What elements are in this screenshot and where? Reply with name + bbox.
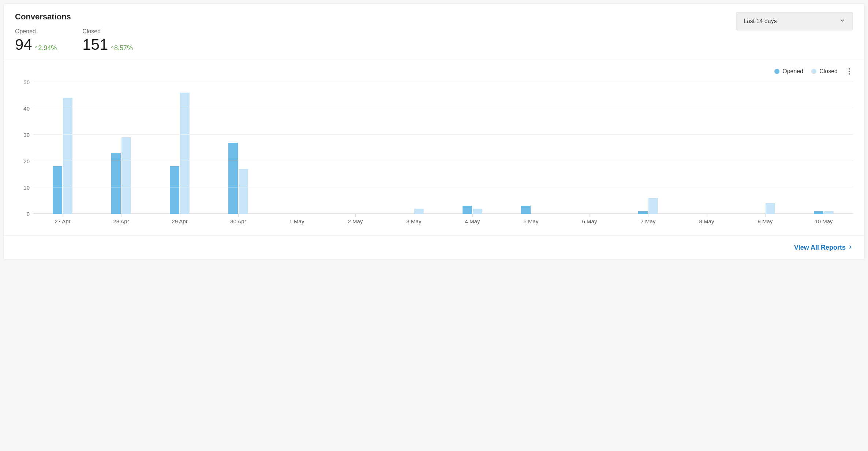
bar-opened[interactable]	[814, 211, 823, 214]
legend-opened-label: Opened	[782, 68, 803, 75]
bar-closed[interactable]	[63, 98, 72, 214]
chart-gridline	[33, 161, 853, 161]
metric-opened-value: 94	[15, 37, 32, 52]
x-tick-label: 7 May	[619, 218, 677, 224]
y-tick-label: 10	[15, 184, 30, 191]
legend-closed-label: Closed	[819, 68, 838, 75]
bar-closed[interactable]	[648, 198, 658, 214]
chart-gridline	[33, 187, 853, 187]
x-tick-label: 6 May	[560, 218, 619, 224]
card-header: Conversations Opened 94 ^ 2.94% Closed	[4, 4, 864, 60]
bar-opened[interactable]	[53, 166, 62, 214]
bar-group	[677, 82, 736, 214]
bar-closed[interactable]	[824, 211, 834, 214]
x-tick-label: 9 May	[736, 218, 794, 224]
chart-legend: Opened Closed	[15, 67, 853, 76]
metric-closed-change-text: 8.57%	[114, 44, 133, 52]
chart-gridline	[33, 82, 853, 82]
bar-opened[interactable]	[111, 153, 121, 214]
x-tick-label: 29 Apr	[150, 218, 209, 224]
x-tick-label: 30 Apr	[209, 218, 267, 224]
bar-closed[interactable]	[414, 209, 424, 214]
legend-opened[interactable]: Opened	[774, 68, 803, 75]
bar-group	[502, 82, 560, 214]
metric-closed-label: Closed	[82, 28, 133, 35]
bar-group	[560, 82, 619, 214]
x-tick-label: 4 May	[443, 218, 502, 224]
chart-area: 01020304050 27 Apr28 Apr29 Apr30 Apr1 Ma…	[15, 82, 853, 224]
bar-group	[150, 82, 209, 214]
bar-group	[794, 82, 853, 214]
metric-opened: Opened 94 ^ 2.94%	[15, 28, 57, 52]
date-range-dropdown[interactable]: Last 14 days	[736, 12, 853, 30]
bar-closed[interactable]	[766, 203, 775, 214]
metric-opened-change: ^ 2.94%	[35, 44, 57, 52]
chart-gridline	[33, 134, 853, 135]
y-tick-label: 20	[15, 158, 30, 164]
chart-gridline	[33, 108, 853, 108]
metric-closed-change: ^ 8.57%	[111, 44, 133, 52]
card-footer: View All Reports	[4, 236, 864, 260]
chart-bar-groups	[33, 82, 853, 214]
y-tick-label: 30	[15, 132, 30, 138]
x-tick-label: 1 May	[267, 218, 326, 224]
x-tick-label: 27 Apr	[33, 218, 92, 224]
metric-opened-change-text: 2.94%	[38, 44, 57, 52]
bar-opened[interactable]	[521, 206, 531, 214]
legend-opened-dot-icon	[774, 69, 779, 74]
x-tick-label: 5 May	[502, 218, 560, 224]
chart-plot	[33, 82, 853, 214]
bar-group	[209, 82, 267, 214]
trend-up-icon: ^	[35, 45, 38, 51]
bar-group	[385, 82, 443, 214]
view-all-reports-link[interactable]: View All Reports	[794, 244, 853, 251]
x-tick-label: 2 May	[326, 218, 385, 224]
bar-closed[interactable]	[121, 137, 131, 214]
bar-group	[326, 82, 385, 214]
chevron-down-icon	[839, 18, 845, 25]
legend-closed-dot-icon	[811, 69, 816, 74]
x-tick-label: 28 Apr	[92, 218, 150, 224]
bar-opened[interactable]	[463, 206, 472, 214]
bar-closed[interactable]	[239, 169, 248, 214]
legend-closed[interactable]: Closed	[811, 68, 838, 75]
trend-up-icon: ^	[111, 45, 113, 51]
bar-opened[interactable]	[170, 166, 179, 214]
card-title: Conversations	[15, 12, 133, 22]
x-tick-label: 10 May	[794, 218, 853, 224]
y-tick-label: 0	[15, 211, 30, 217]
bar-opened[interactable]	[638, 211, 648, 214]
metric-opened-label: Opened	[15, 28, 57, 35]
metric-closed-value-row: 151 ^ 8.57%	[82, 37, 133, 52]
header-left: Conversations Opened 94 ^ 2.94% Closed	[15, 12, 133, 52]
conversations-card: Conversations Opened 94 ^ 2.94% Closed	[4, 4, 864, 260]
bar-closed[interactable]	[473, 209, 482, 214]
bar-opened[interactable]	[228, 143, 238, 214]
bar-group	[33, 82, 92, 214]
chart-section: Opened Closed 01020304050 27 Apr28 Apr29…	[4, 60, 864, 236]
chevron-right-icon	[848, 244, 853, 251]
metrics-row: Opened 94 ^ 2.94% Closed 151 ^	[15, 28, 133, 52]
view-all-reports-label: View All Reports	[794, 244, 846, 251]
y-tick-label: 40	[15, 105, 30, 112]
x-tick-label: 3 May	[385, 218, 443, 224]
chart-y-axis: 01020304050	[15, 82, 33, 214]
metric-closed-value: 151	[82, 37, 108, 52]
y-tick-label: 50	[15, 79, 30, 85]
bar-group	[267, 82, 326, 214]
metric-opened-value-row: 94 ^ 2.94%	[15, 37, 57, 52]
bar-group	[619, 82, 677, 214]
bar-group	[736, 82, 794, 214]
bar-group	[92, 82, 150, 214]
chart-menu-button[interactable]	[846, 67, 853, 76]
bar-closed[interactable]	[180, 93, 190, 214]
chart-x-axis: 27 Apr28 Apr29 Apr30 Apr1 May2 May3 May4…	[33, 218, 853, 224]
metric-closed: Closed 151 ^ 8.57%	[82, 28, 133, 52]
date-range-label: Last 14 days	[744, 18, 777, 25]
bar-group	[443, 82, 502, 214]
x-tick-label: 8 May	[677, 218, 736, 224]
